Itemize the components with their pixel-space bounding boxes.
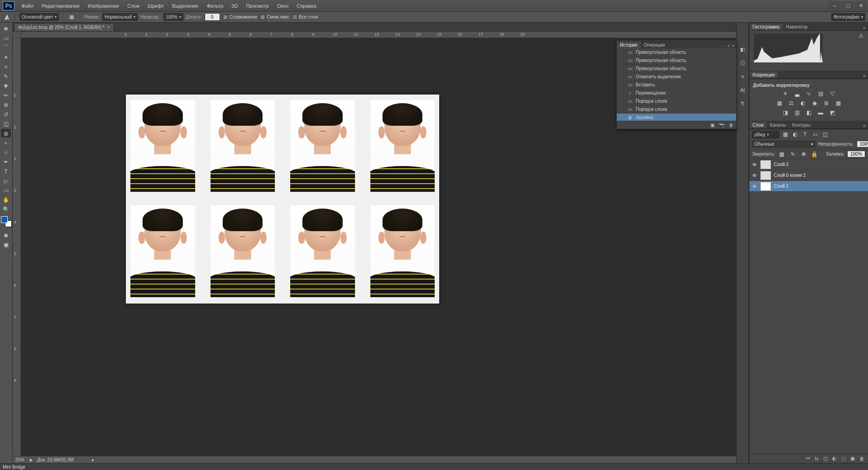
pattern-picker-icon[interactable]: ▦ — [67, 13, 76, 21]
path-select-tool[interactable]: ▷ — [1, 176, 11, 185]
layer-row[interactable]: 👁Слой 0 копия 2 — [749, 170, 868, 181]
tab-navigator[interactable]: Навигатор — [783, 24, 811, 30]
adjustments-panel-icon[interactable]: ≡ — [739, 72, 747, 81]
ruler-origin[interactable] — [13, 32, 21, 38]
marquee-tool[interactable]: ▭ — [1, 34, 11, 43]
bw-icon[interactable]: ◐ — [799, 99, 807, 107]
bucket-tool[interactable]: ◍ — [1, 129, 11, 138]
history-item[interactable]: ◍Заливка — [617, 114, 736, 121]
tab-layers[interactable]: Слои — [749, 122, 767, 128]
info-panel-icon[interactable]: ⓘ — [739, 59, 747, 67]
layer-row[interactable]: 👁Слой 2 — [749, 159, 868, 170]
history-item[interactable]: ▭Порядок слоев — [617, 97, 736, 105]
type-tool[interactable]: T — [1, 167, 11, 176]
panel-menu-icon[interactable]: ≡ — [861, 73, 868, 78]
crop-tool[interactable]: ⌗ — [1, 62, 11, 71]
zoom-level[interactable]: 25% — [15, 457, 24, 462]
history-item[interactable]: ▭Прямоугольная область — [617, 48, 736, 57]
shape-tool[interactable]: ▭ — [1, 186, 11, 195]
brightness-icon[interactable]: ☀ — [781, 90, 789, 98]
active-tool-icon[interactable] — [3, 13, 11, 21]
layer-thumbnail[interactable] — [760, 182, 771, 191]
history-item[interactable]: ▭Отменить выделение — [617, 73, 736, 81]
menu-filter[interactable]: Фильтр — [202, 1, 227, 11]
lasso-tool[interactable]: ⌒ — [1, 43, 11, 52]
lookup-icon[interactable]: ▦ — [834, 99, 842, 107]
color-swatches[interactable] — [1, 216, 12, 227]
menu-image[interactable]: Изображение — [84, 1, 123, 11]
minimize-button[interactable]: ─ — [829, 1, 841, 10]
panel-menu-icon[interactable]: ≡ — [861, 25, 868, 30]
selective-color-icon[interactable]: ◩ — [828, 109, 836, 117]
lock-position-icon[interactable]: ✥ — [800, 150, 808, 158]
character-panel-icon[interactable]: A| — [739, 86, 747, 94]
lock-brush-icon[interactable]: ✎ — [789, 150, 797, 158]
filter-type-icon[interactable]: T — [801, 130, 809, 138]
panel-collapse-icon[interactable]: « — [728, 43, 730, 48]
history-item[interactable]: ▭Прямоугольная область — [617, 57, 736, 65]
color-panel-icon[interactable]: ◧ — [739, 45, 747, 53]
filter-pixel-icon[interactable]: ▦ — [781, 130, 789, 138]
menu-help[interactable]: Справка — [293, 1, 320, 11]
menu-type[interactable]: Шрифт — [144, 1, 168, 11]
menu-file[interactable]: Файл — [17, 1, 38, 11]
curves-icon[interactable]: ∿ — [805, 90, 813, 98]
document-tab-close-icon[interactable]: × — [107, 25, 110, 30]
mini-nav-icon[interactable]: ◈ — [29, 457, 33, 462]
antialias-checkbox[interactable]: ✓Сглаживание — [223, 14, 258, 20]
new-snapshot-from-state-icon[interactable]: ▣ — [710, 123, 715, 128]
new-adjustment-icon[interactable]: ◐ — [832, 456, 837, 461]
panel-close-icon[interactable]: × — [732, 43, 734, 48]
lock-transparency-icon[interactable]: ▦ — [778, 150, 786, 158]
layer-visibility-icon[interactable]: 👁 — [751, 184, 758, 189]
maximize-button[interactable]: ▢ — [842, 1, 854, 10]
quick-select-tool[interactable]: ✶ — [1, 53, 11, 62]
channel-mixer-icon[interactable]: ⊞ — [822, 99, 830, 107]
doc-size-info[interactable]: Док: 23,9M/32,3M — [37, 457, 74, 462]
document-tab[interactable]: 4n2yp1xz.bmp @ 25% (Слой 1, RGB/8#) * × — [14, 23, 114, 31]
menu-edit[interactable]: Редактирование — [38, 1, 84, 11]
horizontal-ruler[interactable]: 012345678910111213141516171819 — [21, 32, 736, 38]
status-arrow-icon[interactable]: ▸ — [92, 457, 94, 462]
vertical-ruler[interactable]: 0123456789 — [13, 38, 21, 456]
tab-histogram[interactable]: Гистограмма — [749, 24, 783, 30]
color-balance-icon[interactable]: ⚖ — [787, 99, 795, 107]
blend-mode-select[interactable]: Обычные▾ — [752, 141, 815, 147]
pen-tool[interactable]: ✒ — [1, 157, 11, 166]
menu-window[interactable]: Окно — [273, 1, 293, 11]
foreground-color-swatch[interactable] — [1, 216, 8, 223]
layer-row[interactable]: 👁Слой 1 — [749, 181, 868, 192]
move-tool[interactable]: ✥ — [1, 24, 11, 33]
layer-thumbnail[interactable] — [760, 160, 771, 169]
layer-thumbnail[interactable] — [760, 171, 771, 180]
hue-icon[interactable]: ▦ — [775, 99, 783, 107]
close-button[interactable]: ✕ — [855, 1, 867, 10]
filter-smart-icon[interactable]: ◫ — [821, 130, 829, 138]
levels-icon[interactable]: ▃ — [793, 90, 801, 98]
tab-history[interactable]: История — [617, 42, 641, 48]
history-brush-tool[interactable]: ↺ — [1, 110, 11, 119]
layer-visibility-icon[interactable]: 👁 — [751, 162, 758, 167]
history-item[interactable]: ▭Вставить — [617, 81, 736, 89]
eyedropper-tool[interactable]: ✎ — [1, 72, 11, 81]
filter-shape-icon[interactable]: ▭ — [811, 130, 819, 138]
invert-icon[interactable]: ◨ — [781, 109, 789, 117]
posterize-icon[interactable]: ▥ — [793, 109, 801, 117]
tab-paths[interactable]: Контуры — [789, 122, 813, 128]
layer-opacity-input[interactable] — [857, 141, 868, 147]
opacity-select[interactable]: 100%▾ — [163, 13, 183, 21]
new-layer-icon[interactable]: ▣ — [850, 456, 855, 461]
layer-visibility-icon[interactable]: 👁 — [751, 173, 758, 178]
gradient-map-icon[interactable]: ▬ — [816, 109, 825, 117]
zoom-tool[interactable]: 🔍 — [1, 205, 11, 214]
brush-tool[interactable]: ✏ — [1, 91, 11, 100]
delete-layer-icon[interactable]: 🗑 — [859, 456, 864, 461]
threshold-icon[interactable]: ◧ — [805, 109, 813, 117]
healing-tool[interactable]: ✚ — [1, 81, 11, 90]
layer-filter-kind[interactable]: ρ Вид▾ — [752, 131, 779, 138]
dodge-tool[interactable]: ○ — [1, 148, 11, 157]
blur-tool[interactable]: ∘ — [1, 138, 11, 147]
history-item[interactable]: ↕Перемещение — [617, 89, 736, 97]
layer-fx-icon[interactable]: fx — [815, 456, 819, 461]
all-layers-checkbox[interactable]: Все слои — [292, 14, 318, 20]
